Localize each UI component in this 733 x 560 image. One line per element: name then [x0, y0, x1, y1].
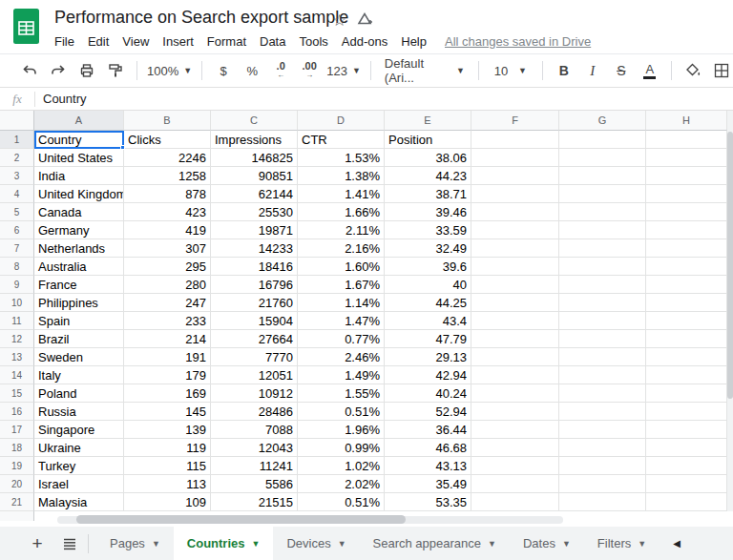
cell-H19[interactable]	[646, 457, 727, 475]
cell-H3[interactable]	[646, 167, 727, 185]
cell-C8[interactable]: 18416	[211, 258, 298, 276]
row-header-17[interactable]: 17	[0, 421, 34, 439]
cell-B11[interactable]: 233	[124, 312, 211, 330]
cell-D21[interactable]: 0.51%	[298, 493, 385, 511]
cell-A7[interactable]: Netherlands	[34, 239, 124, 258]
format-currency-button[interactable]: $	[212, 59, 235, 82]
sheet-tab-devices[interactable]: Devices▼	[273, 527, 359, 560]
increase-decimal-button[interactable]: .00→	[298, 59, 321, 82]
vertical-scrollbar-track[interactable]	[727, 111, 733, 511]
formula-input[interactable]: Country	[35, 92, 87, 106]
cell-A12[interactable]: Brazil	[34, 330, 124, 348]
cell-H2[interactable]	[646, 149, 727, 167]
cell-G17[interactable]	[559, 421, 646, 439]
menu-addons[interactable]: Add-ons	[335, 32, 394, 51]
cell-F15[interactable]	[471, 384, 559, 403]
cell-A5[interactable]: Canada	[34, 203, 124, 221]
cell-B14[interactable]: 179	[124, 366, 211, 384]
cell-C2[interactable]: 146825	[211, 149, 298, 167]
row-header-6[interactable]: 6	[0, 221, 34, 239]
cell-F6[interactable]	[471, 221, 559, 239]
cell-B8[interactable]: 295	[124, 258, 211, 276]
cell-G16[interactable]	[559, 403, 646, 421]
add-sheet-button[interactable]: +	[25, 531, 50, 556]
menu-help[interactable]: Help	[394, 32, 433, 51]
undo-button[interactable]	[18, 59, 41, 82]
font-family-dropdown[interactable]: Default (Ari...▼	[381, 59, 469, 82]
cell-F8[interactable]	[471, 258, 559, 276]
cell-C19[interactable]: 11241	[211, 457, 298, 475]
cell-G7[interactable]	[559, 239, 646, 258]
tab-scroll-left-icon[interactable]: ◀	[673, 538, 681, 549]
sheets-logo-icon[interactable]	[13, 9, 39, 48]
cell-A14[interactable]: Italy	[34, 366, 124, 384]
cell-G15[interactable]	[559, 384, 646, 403]
cell-B19[interactable]: 115	[124, 457, 211, 475]
menu-edit[interactable]: Edit	[81, 32, 115, 51]
format-percent-button[interactable]: %	[241, 59, 263, 82]
cell-E10[interactable]: 44.25	[385, 294, 471, 312]
cell-F16[interactable]	[471, 403, 559, 421]
cell-F7[interactable]	[471, 239, 559, 258]
cell-C17[interactable]: 7088	[211, 421, 298, 439]
cell-F5[interactable]	[471, 203, 559, 221]
cell-A8[interactable]: Australia	[34, 258, 124, 276]
cell-H1[interactable]	[646, 131, 727, 149]
cell-E17[interactable]: 36.44	[385, 421, 471, 439]
cell-G8[interactable]	[559, 258, 646, 276]
zoom-dropdown[interactable]: 100%▼	[147, 59, 192, 82]
column-header-F[interactable]: F	[471, 111, 559, 131]
cell-B9[interactable]: 280	[124, 276, 211, 294]
sheet-tab-countries[interactable]: Countries▼	[174, 527, 274, 560]
cell-C3[interactable]: 90851	[211, 167, 298, 185]
cell-D1[interactable]: CTR	[298, 131, 385, 149]
text-color-button[interactable]: A	[639, 59, 661, 82]
cell-C5[interactable]: 25530	[211, 203, 298, 221]
cell-H15[interactable]	[646, 384, 727, 403]
cell-F21[interactable]	[471, 493, 559, 511]
cell-D8[interactable]: 1.60%	[298, 258, 385, 276]
column-header-H[interactable]: H	[646, 111, 727, 131]
cell-D13[interactable]: 2.46%	[298, 348, 385, 366]
cell-E15[interactable]: 40.24	[385, 384, 471, 403]
cell-D18[interactable]: 0.99%	[298, 439, 385, 457]
cell-F12[interactable]	[471, 330, 559, 348]
cell-G14[interactable]	[559, 366, 646, 384]
cell-H9[interactable]	[646, 276, 727, 294]
menu-tools[interactable]: Tools	[292, 32, 334, 51]
cell-B12[interactable]: 214	[124, 330, 211, 348]
cell-A17[interactable]: Singapore	[34, 421, 124, 439]
cell-H20[interactable]	[646, 475, 727, 493]
cell-G11[interactable]	[559, 312, 646, 330]
cell-B16[interactable]: 145	[124, 403, 211, 421]
menu-view[interactable]: View	[115, 32, 156, 51]
cell-H6[interactable]	[646, 221, 727, 239]
cell-C10[interactable]: 21760	[211, 294, 298, 312]
bold-button[interactable]: B	[553, 59, 576, 82]
cell-A3[interactable]: India	[34, 167, 124, 185]
cell-H4[interactable]	[646, 185, 727, 203]
row-header-10[interactable]: 10	[0, 294, 34, 312]
menu-file[interactable]: File	[48, 32, 81, 51]
cell-G10[interactable]	[559, 294, 646, 312]
strikethrough-button[interactable]: S	[610, 59, 633, 82]
cell-C18[interactable]: 12043	[211, 439, 298, 457]
cell-C12[interactable]: 27664	[211, 330, 298, 348]
cell-G5[interactable]	[559, 203, 646, 221]
column-header-A[interactable]: A	[34, 111, 124, 131]
column-header-C[interactable]: C	[211, 111, 298, 131]
cell-A1[interactable]: Country	[34, 131, 124, 149]
cell-C15[interactable]: 10912	[211, 384, 298, 403]
paint-format-button[interactable]	[104, 59, 127, 82]
cell-E9[interactable]: 40	[385, 276, 471, 294]
cell-A4[interactable]: United Kingdom	[34, 185, 124, 203]
menu-format[interactable]: Format	[200, 32, 253, 51]
column-header-D[interactable]: D	[298, 111, 385, 131]
row-header-20[interactable]: 20	[0, 475, 34, 493]
cell-H13[interactable]	[646, 348, 727, 366]
row-header-7[interactable]: 7	[0, 239, 34, 258]
cell-D9[interactable]: 1.67%	[298, 276, 385, 294]
cell-F17[interactable]	[471, 421, 559, 439]
cell-H14[interactable]	[646, 366, 727, 384]
row-header-9[interactable]: 9	[0, 276, 34, 294]
